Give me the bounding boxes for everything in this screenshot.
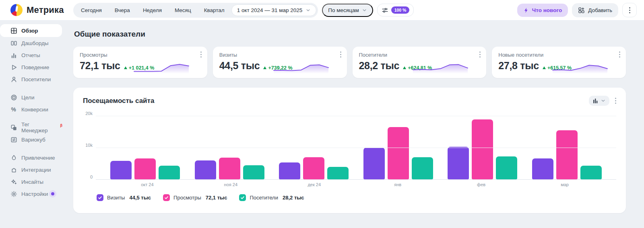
topbar-actions: Что новогo Добавить bbox=[517, 3, 644, 17]
whats-new-button[interactable]: Что новогo bbox=[517, 4, 568, 17]
sidebar-item-tag-manager[interactable]: Тег Менеджерβ bbox=[0, 121, 62, 134]
chart-legend: Визиты44,5 тысПросмотры72,1 тысПосетител… bbox=[97, 194, 616, 201]
metrika-logo[interactable]: Метрика bbox=[0, 4, 68, 16]
chart-controls bbox=[589, 96, 616, 106]
period-button-1[interactable]: Вчера bbox=[109, 4, 136, 16]
period-button-0[interactable]: Сегодня bbox=[75, 4, 108, 16]
group-by-selector[interactable]: По месяцам bbox=[322, 4, 373, 17]
bar-views-0 bbox=[134, 158, 156, 179]
bar-views-5 bbox=[556, 130, 578, 179]
legend-item-views[interactable]: Просмотры72,1 тыс bbox=[163, 194, 227, 201]
sidebar-item-label: Поведение bbox=[21, 64, 49, 70]
period-button-2[interactable]: Неделя bbox=[137, 4, 168, 16]
bar-group-5 bbox=[532, 130, 602, 179]
sidebar-item-label: Отчеты bbox=[21, 52, 40, 58]
sidebar-item-integrations[interactable]: Интеграции bbox=[0, 164, 62, 176]
acquisition-icon bbox=[10, 154, 17, 161]
bar-views-3 bbox=[388, 127, 409, 179]
legend-value: 44,5 тыс bbox=[129, 195, 151, 201]
date-range-selector[interactable]: 1 окт 2024 — 31 мар 2025 bbox=[231, 4, 317, 16]
triangle-up-icon bbox=[263, 66, 266, 69]
triangle-up-icon bbox=[403, 66, 406, 69]
whats-new-label: Что новогo bbox=[532, 7, 562, 13]
sidebar-item-conversions[interactable]: %Конверсии bbox=[0, 103, 62, 115]
sidebar-item-variocube[interactable]: Вариокуб bbox=[0, 134, 62, 146]
y-tick-label: 10k bbox=[85, 143, 93, 148]
bar-group-1 bbox=[195, 158, 264, 179]
visitors-icon bbox=[10, 76, 17, 83]
bar-visits-3 bbox=[363, 148, 385, 179]
bar-visitors-2 bbox=[327, 167, 349, 179]
chart-header: Посещаемость сайта bbox=[83, 96, 616, 106]
overview-icon bbox=[10, 27, 17, 34]
card-menu-button[interactable] bbox=[479, 51, 481, 58]
chart-type-selector[interactable] bbox=[589, 96, 609, 106]
bar-group-2 bbox=[279, 157, 349, 179]
lightning-icon bbox=[523, 7, 529, 13]
topbar-more-button[interactable] bbox=[622, 3, 637, 17]
metric-value: 44,5 тыс bbox=[219, 60, 260, 72]
bar-visitors-4 bbox=[496, 156, 517, 179]
behavior-icon bbox=[10, 64, 17, 71]
add-button[interactable]: Добавить bbox=[572, 3, 618, 17]
sparkline-chart bbox=[273, 57, 329, 74]
sidebar-item-reports[interactable]: Отчеты bbox=[0, 49, 62, 61]
sidebar-item-goals[interactable]: Цели bbox=[0, 91, 62, 103]
bar-views-1 bbox=[219, 158, 240, 179]
sampling-badge: 100 % bbox=[391, 6, 410, 14]
sidebar-item-label: Инсайты bbox=[21, 179, 43, 185]
chart-menu-button[interactable] bbox=[615, 98, 616, 104]
beta-badge: β bbox=[60, 123, 63, 127]
bar-visitors-3 bbox=[412, 157, 433, 179]
sidebar-item-insights[interactable]: Инсайты bbox=[0, 176, 62, 188]
sparkline-chart bbox=[552, 57, 608, 74]
legend-value: 28,2 тыс bbox=[283, 195, 304, 201]
sidebar-item-settings[interactable]: Настройки bbox=[0, 188, 62, 200]
goals-icon bbox=[10, 94, 17, 101]
sidebar-group-2: Тег МенеджерβВариокуб bbox=[0, 121, 68, 146]
sampling-control[interactable]: 100 % bbox=[377, 4, 414, 16]
metric-card-2: Посетители28,2 тыс+624,81 % bbox=[353, 47, 487, 78]
sidebar-item-label: Дашборды bbox=[21, 40, 49, 46]
legend-item-visits[interactable]: Визиты44,5 тыс bbox=[97, 194, 151, 201]
legend-label: Визиты bbox=[107, 195, 125, 201]
period-button-3[interactable]: Месяц bbox=[169, 4, 197, 16]
sidebar-item-visitors[interactable]: Посетители bbox=[0, 73, 62, 85]
x-tick-label: окт 24 bbox=[115, 182, 179, 187]
bar-visits-5 bbox=[532, 158, 553, 179]
legend-label: Посетители bbox=[250, 195, 278, 201]
gridline bbox=[96, 148, 616, 148]
sidebar-item-dashboards[interactable]: Дашборды bbox=[0, 37, 62, 49]
bar-group-0 bbox=[110, 158, 180, 179]
sidebar-item-overview[interactable]: Обзор bbox=[0, 24, 62, 37]
period-buttons: СегодняВчераНеделяМесяцКвартал bbox=[75, 4, 231, 16]
sparkline-chart bbox=[133, 57, 190, 74]
reports-icon bbox=[10, 52, 17, 59]
bar-visitors-5 bbox=[580, 166, 602, 179]
date-range-value: 1 окт 2024 — 31 мар 2025 bbox=[237, 7, 303, 13]
dashboards-icon bbox=[10, 40, 17, 47]
period-button-4[interactable]: Квартал bbox=[198, 4, 231, 16]
metric-card-0: Просмотры72,1 тыс+1 021,4 % bbox=[73, 47, 207, 78]
card-menu-button[interactable] bbox=[340, 51, 341, 58]
sidebar-item-acquisition[interactable]: Привлечение bbox=[0, 152, 62, 164]
chevron-down-icon bbox=[305, 8, 311, 13]
card-menu-button[interactable] bbox=[200, 51, 202, 58]
bar-visits-4 bbox=[448, 147, 469, 179]
sidebar-item-label: Обзор bbox=[21, 28, 38, 34]
bar-visits-0 bbox=[110, 161, 132, 179]
gridline bbox=[96, 116, 616, 116]
sidebar: ОбзорДашбордыОтчетыПоведениеПосетителиЦе… bbox=[0, 20, 68, 228]
sliders-icon bbox=[382, 7, 388, 14]
add-label: Добавить bbox=[588, 7, 612, 13]
legend-item-visitors[interactable]: Посетители28,2 тыс bbox=[239, 194, 304, 201]
bar-views-2 bbox=[303, 157, 324, 179]
card-menu-button[interactable] bbox=[619, 51, 620, 58]
y-axis-labels: 010k20k bbox=[83, 116, 96, 180]
sidebar-item-behavior[interactable]: Поведение bbox=[0, 61, 62, 73]
sidebar-item-label: Посетители bbox=[21, 76, 51, 82]
sidebar-item-label: Настройки bbox=[21, 191, 48, 197]
bar-visits-1 bbox=[195, 160, 216, 179]
bar-visitors-0 bbox=[159, 166, 180, 179]
x-tick-label: фев bbox=[449, 182, 513, 187]
